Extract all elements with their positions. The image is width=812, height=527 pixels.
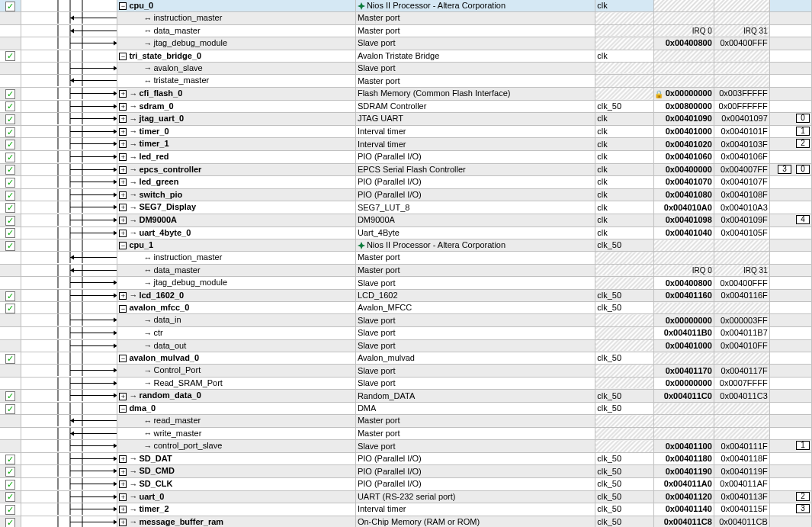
tree-toggle-icon[interactable]: −: [119, 53, 127, 60]
checkbox-icon[interactable]: ✓: [5, 480, 15, 490]
connection-wires[interactable]: [21, 440, 117, 453]
checkbox-icon[interactable]: ✓: [5, 404, 15, 414]
irq-cell[interactable]: 30: [769, 163, 811, 176]
checkbox-icon[interactable]: ✓: [5, 228, 15, 238]
connection-wires[interactable]: [21, 87, 117, 100]
module-name[interactable]: → ctr: [117, 327, 356, 340]
module-name[interactable]: +→ timer_1: [117, 138, 356, 151]
tree-toggle-icon[interactable]: +: [119, 480, 127, 488]
irq-cell[interactable]: [769, 24, 811, 37]
component-row[interactable]: → Control_PortSlave port0x004011700x0040…: [0, 365, 812, 378]
irq-cell[interactable]: [769, 252, 811, 265]
module-name[interactable]: +→ sdram_0: [117, 100, 356, 113]
clock-domain[interactable]: clk_50: [595, 390, 653, 403]
connection-wires[interactable]: [21, 415, 117, 428]
checkbox-icon[interactable]: ✓: [5, 467, 15, 477]
checkbox-icon[interactable]: ✓: [5, 505, 15, 515]
irq-number[interactable]: 3: [796, 504, 810, 513]
irq-cell[interactable]: [769, 452, 811, 465]
enable-checkbox-cell[interactable]: ✓: [0, 390, 21, 403]
connection-wires[interactable]: [21, 427, 117, 440]
tree-toggle-icon[interactable]: +: [119, 153, 127, 161]
connection-wires[interactable]: [21, 314, 117, 327]
irq-cell[interactable]: [769, 264, 811, 277]
irq-cell[interactable]: 1: [769, 125, 811, 138]
component-row[interactable]: ✓−avalon_mfcc_0Avalon_MFCCclk_50: [0, 302, 812, 314]
checkbox-icon[interactable]: ✓: [5, 241, 15, 251]
enable-checkbox-cell[interactable]: ✓: [0, 176, 21, 189]
tree-toggle-icon[interactable]: +: [119, 128, 127, 136]
checkbox-icon[interactable]: ✓: [5, 51, 15, 61]
base-address[interactable]: 0x004011B0: [653, 327, 714, 340]
base-address[interactable]: IRQ 0: [653, 264, 714, 277]
module-name[interactable]: +→ timer_0: [117, 125, 356, 138]
module-name[interactable]: −cpu_1: [117, 239, 356, 252]
connection-wires[interactable]: [21, 503, 117, 516]
enable-checkbox-cell[interactable]: ✓: [0, 113, 21, 126]
component-row[interactable]: ✓+→ timer_0Interval timerclk0x004010000x…: [0, 125, 812, 138]
enable-checkbox-cell[interactable]: [0, 339, 21, 352]
enable-checkbox-cell[interactable]: ✓: [0, 163, 21, 176]
base-address[interactable]: 0x00401090: [653, 113, 714, 126]
irq-cell[interactable]: [769, 12, 811, 25]
module-name[interactable]: ↔ tristate_master: [117, 75, 356, 88]
clock-domain[interactable]: clk: [595, 188, 653, 201]
enable-checkbox-cell[interactable]: ✓: [0, 125, 21, 138]
base-address[interactable]: [653, 0, 714, 12]
irq-cell[interactable]: [769, 403, 811, 415]
component-row[interactable]: ↔ read_masterMaster port: [0, 415, 812, 428]
connection-wires[interactable]: [21, 516, 117, 527]
base-address[interactable]: 0x00401080: [653, 188, 714, 201]
tree-toggle-icon[interactable]: +: [119, 393, 127, 400]
irq-cell[interactable]: [769, 176, 811, 189]
component-row[interactable]: → Read_SRAM_PortSlave port0x000000000x00…: [0, 377, 812, 390]
clock-domain[interactable]: clk: [595, 113, 653, 126]
enable-checkbox-cell[interactable]: [0, 427, 21, 440]
module-name[interactable]: → data_in: [117, 314, 356, 327]
clock-domain[interactable]: [595, 314, 653, 327]
component-row[interactable]: ✓+→ DM9000ADM9000Aclk0x004010980x0040109…: [0, 214, 812, 227]
component-row[interactable]: ✓+→ SD_CLKPIO (Parallel I/O)clk_500x0040…: [0, 478, 812, 491]
irq-cell[interactable]: [769, 75, 811, 88]
clock-domain[interactable]: [595, 62, 653, 75]
base-address[interactable]: 0x00401190: [653, 465, 714, 478]
component-row[interactable]: ✓+→ SEG7_DisplaySEG7_LUT_8clk0x004010A00…: [0, 201, 812, 214]
base-address[interactable]: [653, 12, 714, 25]
component-row[interactable]: → data_outSlave port0x004010000x004010FF: [0, 339, 812, 352]
base-address[interactable]: 0x00400800: [653, 277, 714, 290]
base-address[interactable]: 🔒 0x00000000: [653, 87, 714, 100]
component-row[interactable]: ✓−avalon_mulvad_0Avalon_mulvadclk_50: [0, 352, 812, 365]
clock-domain[interactable]: [595, 327, 653, 340]
module-name[interactable]: +→ DM9000A: [117, 214, 356, 227]
checkbox-icon[interactable]: ✓: [5, 178, 15, 188]
tree-toggle-icon[interactable]: +: [119, 115, 127, 123]
module-name[interactable]: +→ epcs_controller: [117, 163, 356, 176]
irq-cell[interactable]: 0: [769, 113, 811, 126]
enable-checkbox-cell[interactable]: ✓: [0, 239, 21, 252]
irq-cell[interactable]: [769, 201, 811, 214]
clock-domain[interactable]: [595, 440, 653, 453]
component-row[interactable]: ↔ instruction_masterMaster port: [0, 12, 812, 25]
enable-checkbox-cell[interactable]: [0, 440, 21, 453]
enable-checkbox-cell[interactable]: ✓: [0, 150, 21, 163]
tree-toggle-icon[interactable]: +: [119, 191, 127, 199]
module-name[interactable]: ↔ read_master: [117, 415, 356, 428]
irq-number[interactable]: 2: [796, 492, 810, 501]
base-address[interactable]: [653, 302, 714, 314]
component-row[interactable]: ✓+→ random_data_0Random_DATAclk_500x0040…: [0, 390, 812, 403]
module-name[interactable]: +→ switch_pio: [117, 188, 356, 201]
clock-domain[interactable]: clk: [595, 0, 653, 12]
enable-checkbox-cell[interactable]: ✓: [0, 138, 21, 151]
irq-cell[interactable]: [769, 302, 811, 314]
enable-checkbox-cell[interactable]: ✓: [0, 0, 21, 12]
base-address[interactable]: 0x00000000: [653, 377, 714, 390]
component-row[interactable]: ↔ data_masterMaster portIRQ 0IRQ 31: [0, 264, 812, 277]
connection-wires[interactable]: [21, 214, 117, 227]
base-address[interactable]: [653, 415, 714, 428]
connection-wires[interactable]: [21, 113, 117, 126]
connection-wires[interactable]: [21, 264, 117, 277]
component-row[interactable]: ✓+→ led_redPIO (Parallel I/O)clk0x004010…: [0, 150, 812, 163]
irq-cell[interactable]: [769, 239, 811, 252]
connection-wires[interactable]: [21, 289, 117, 302]
clock-domain[interactable]: clk_50: [595, 465, 653, 478]
